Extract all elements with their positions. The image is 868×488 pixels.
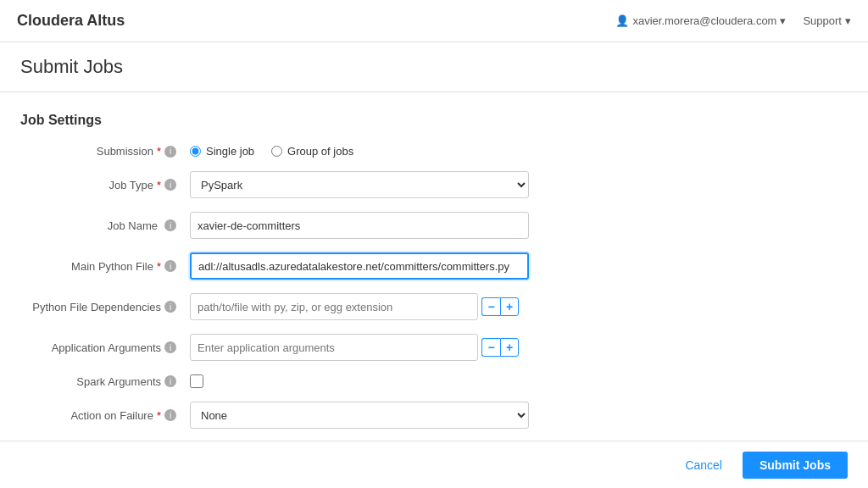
spark-args-info-icon[interactable]: i <box>164 375 176 387</box>
job-type-control: PySpark Spark Hive MapReduce <box>190 171 848 198</box>
cancel-button[interactable]: Cancel <box>675 453 732 477</box>
job-name-info-icon[interactable]: i <box>164 219 176 231</box>
submission-radio-group: Single job Group of jobs <box>190 145 353 158</box>
main-python-file-row: Main Python File * i <box>20 252 848 280</box>
submission-single-label: Single job <box>206 145 254 158</box>
submission-control: Single job Group of jobs <box>190 145 848 158</box>
app-arguments-control: − + <box>190 334 848 361</box>
submission-info-icon[interactable]: i <box>164 146 176 158</box>
submission-required: * <box>157 145 161 158</box>
python-deps-input[interactable] <box>190 293 478 320</box>
job-name-control <box>190 212 848 239</box>
python-deps-info-icon[interactable]: i <box>164 301 176 313</box>
job-settings-section: Job Settings Submission * i Single job <box>20 113 848 429</box>
python-file-deps-control: − + <box>190 293 848 320</box>
action-on-failure-label: Action on Failure * i <box>20 409 190 422</box>
page-title: Submit Jobs <box>20 56 848 78</box>
main-python-file-label: Main Python File * i <box>20 260 190 273</box>
job-type-row: Job Type * i PySpark Spark Hive MapReduc… <box>20 171 848 198</box>
spark-arguments-row: Spark Arguments i <box>20 374 848 388</box>
app-args-btns: − + <box>481 338 519 357</box>
user-icon: 👤 <box>615 14 629 27</box>
user-dropdown-icon: ▾ <box>780 14 786 27</box>
job-type-required: * <box>157 179 161 191</box>
python-file-deps-row: Python File Dependencies i − + <box>20 293 848 320</box>
navbar-right: 👤 xavier.morera@cloudera.com ▾ Support ▾ <box>615 14 851 27</box>
job-type-label: Job Type * i <box>20 179 190 191</box>
spark-arguments-control <box>190 374 848 388</box>
app-args-minus-btn[interactable]: − <box>481 338 500 357</box>
submit-jobs-button[interactable]: Submit Jobs <box>743 452 848 479</box>
job-name-input[interactable] <box>190 212 529 239</box>
spark-arguments-label: Spark Arguments i <box>20 375 190 388</box>
app-args-info-icon[interactable]: i <box>164 341 176 353</box>
user-email: xavier.morera@cloudera.com <box>632 14 776 27</box>
user-menu[interactable]: 👤 xavier.morera@cloudera.com ▾ <box>615 14 786 27</box>
action-on-failure-control: None Pause Abort <box>190 402 848 429</box>
action-on-failure-select[interactable]: None Pause Abort <box>190 402 529 429</box>
action-required: * <box>157 409 161 422</box>
python-deps-minus-btn[interactable]: − <box>481 297 500 316</box>
main-python-info-icon[interactable]: i <box>164 260 176 272</box>
app-arguments-input[interactable] <box>190 334 478 361</box>
submission-row: Submission * i Single job Group of jobs <box>20 145 848 158</box>
app-arguments-label: Application Arguments i <box>20 341 190 354</box>
submission-single-radio[interactable] <box>190 146 201 157</box>
submission-label: Submission * i <box>20 145 190 158</box>
job-name-row: Job Name i <box>20 212 848 239</box>
python-file-deps-label: Python File Dependencies i <box>20 301 190 313</box>
submission-single-job[interactable]: Single job <box>190 145 254 158</box>
python-deps-plus-btn[interactable]: + <box>500 297 519 316</box>
main-python-file-input[interactable] <box>190 252 529 280</box>
action-on-failure-row: Action on Failure * i None Pause Abort <box>20 402 848 429</box>
app-arguments-row: Application Arguments i − + <box>20 334 848 361</box>
support-label: Support <box>803 14 842 27</box>
content-area: Job Settings Submission * i Single job <box>0 92 868 446</box>
python-deps-btns: − + <box>481 297 519 316</box>
app-args-input-group: − + <box>190 334 519 361</box>
brand-logo: Cloudera Altus <box>17 12 125 30</box>
submission-group-jobs[interactable]: Group of jobs <box>271 145 353 158</box>
spark-arguments-checkbox[interactable] <box>190 374 203 388</box>
page-header: Submit Jobs <box>0 42 868 92</box>
submission-group-label: Group of jobs <box>287 145 353 158</box>
support-menu[interactable]: Support ▾ <box>803 14 851 27</box>
submission-group-radio[interactable] <box>271 146 282 157</box>
action-on-failure-info-icon[interactable]: i <box>164 409 176 421</box>
brand-bold: Altus <box>86 12 125 29</box>
page-footer: Cancel Submit Jobs <box>0 441 868 488</box>
job-name-label: Job Name i <box>20 219 190 232</box>
job-type-info-icon[interactable]: i <box>164 179 176 191</box>
job-type-select[interactable]: PySpark Spark Hive MapReduce <box>190 171 529 198</box>
app-args-plus-btn[interactable]: + <box>500 338 519 357</box>
main-python-file-control <box>190 252 848 280</box>
brand-text: Cloudera <box>17 12 86 29</box>
support-dropdown-icon: ▾ <box>845 14 851 27</box>
navbar: Cloudera Altus 👤 xavier.morera@cloudera.… <box>0 0 868 42</box>
python-deps-input-group: − + <box>190 293 519 320</box>
job-settings-title: Job Settings <box>20 113 848 128</box>
main-python-required: * <box>157 260 161 273</box>
